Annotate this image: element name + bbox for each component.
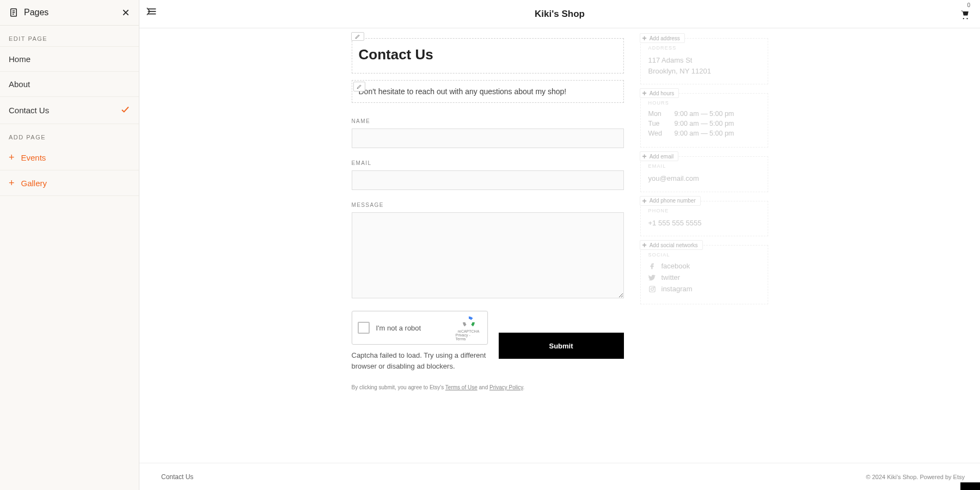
recaptcha-checkbox[interactable] xyxy=(358,322,370,334)
close-icon[interactable] xyxy=(121,8,130,17)
add-page-label: ADD PAGE xyxy=(0,124,139,145)
terms-link[interactable]: Terms of Use xyxy=(445,384,477,390)
intro-block[interactable]: Don't hesitate to reach out with any que… xyxy=(352,80,624,103)
canvas-footer: Contact Us © 2024 Kiki's Shop. Powered b… xyxy=(139,463,980,490)
add-email-button[interactable]: +Add email xyxy=(640,151,679,161)
toggle-panel-icon[interactable] xyxy=(146,5,158,19)
sidebar-item-label: Contact Us xyxy=(9,106,49,115)
recaptcha-logo: reCAPTCHA Privacy - Terms xyxy=(456,315,482,341)
shop-title: Kiki's Shop xyxy=(535,9,585,20)
social-row: facebook xyxy=(648,262,760,270)
add-page-label-text: Events xyxy=(21,153,46,162)
cart-icon[interactable] xyxy=(959,10,970,21)
add-page-gallery[interactable]: + Gallery xyxy=(0,170,139,196)
footer-copyright: © 2024 Kiki's Shop. Powered by Etsy xyxy=(866,474,965,480)
hours-block[interactable]: +Add hours HOURS Mon9:00 am — 5:00 pm Tu… xyxy=(640,93,768,148)
edit-page-label: EDIT PAGE xyxy=(0,26,139,46)
page-heading: Contact Us xyxy=(359,46,617,63)
captcha-error: Captcha failed to load. Try using a diff… xyxy=(352,350,488,371)
submit-button[interactable]: Submit xyxy=(499,333,624,359)
sidebar-header: Pages xyxy=(0,0,139,26)
consent-text: By clicking submit, you agree to Etsy's … xyxy=(352,384,624,390)
add-address-button[interactable]: +Add address xyxy=(640,33,685,43)
heading-block[interactable]: Contact Us xyxy=(352,38,624,74)
svg-point-11 xyxy=(653,287,654,287)
edit-icon[interactable] xyxy=(351,32,364,41)
contact-info-column: +Add address ADDRESS 117 Adams St Brookl… xyxy=(640,38,768,490)
email-heading: EMAIL xyxy=(648,163,760,169)
svg-point-10 xyxy=(651,287,653,290)
plus-icon: + xyxy=(642,152,647,160)
footer-page-name: Contact Us xyxy=(161,473,193,481)
cart-count: 0 xyxy=(967,2,970,8)
recaptcha-widget[interactable]: I'm not a robot reCAPTCHA Privacy - Term… xyxy=(352,311,488,345)
hours-row: Wed9:00 am — 5:00 pm xyxy=(648,130,760,137)
sidebar-item-label: Home xyxy=(9,54,30,64)
shop-header: Kiki's Shop 0 xyxy=(139,0,980,28)
add-phone-button[interactable]: +Add phone number xyxy=(640,196,701,206)
privacy-link[interactable]: Privacy Policy xyxy=(489,384,523,390)
address-block[interactable]: +Add address ADDRESS 117 Adams St Brookl… xyxy=(640,38,768,84)
social-row: twitter xyxy=(648,273,760,281)
hours-row: Tue9:00 am — 5:00 pm xyxy=(648,120,760,127)
address-line2: Brooklyn, NY 11201 xyxy=(648,66,760,77)
social-block[interactable]: +Add social networks SOCIAL facebook twi… xyxy=(640,245,768,304)
social-heading: SOCIAL xyxy=(648,252,760,258)
editor-canvas: Kiki's Shop 0 Contact Us xyxy=(139,0,980,490)
plus-icon: + xyxy=(642,197,647,205)
facebook-icon xyxy=(648,262,656,270)
email-label: EMAIL xyxy=(352,160,624,166)
edit-icon[interactable] xyxy=(353,82,365,91)
add-hours-button[interactable]: +Add hours xyxy=(640,88,679,98)
plus-icon: + xyxy=(642,34,647,42)
phone-value: +1 555 555 5555 xyxy=(648,218,760,229)
message-label: MESSAGE xyxy=(352,202,624,208)
sidebar: Pages EDIT PAGE Home About Contact Us AD… xyxy=(0,0,139,490)
sidebar-title: Pages xyxy=(24,8,48,17)
message-input[interactable] xyxy=(352,212,624,298)
sidebar-item-about[interactable]: About xyxy=(0,72,139,97)
page-icon xyxy=(9,8,19,17)
corner-stub xyxy=(960,482,980,490)
email-block[interactable]: +Add email EMAIL you@email.com xyxy=(640,156,768,192)
social-row: instagram xyxy=(648,285,760,293)
email-input[interactable] xyxy=(352,170,624,190)
hours-heading: HOURS xyxy=(648,100,760,106)
twitter-icon xyxy=(648,274,656,281)
check-icon xyxy=(120,105,130,116)
address-line1: 117 Adams St xyxy=(648,55,760,66)
instagram-icon xyxy=(648,285,656,293)
plus-icon: + xyxy=(642,241,647,249)
sidebar-item-contact[interactable]: Contact Us xyxy=(0,97,139,124)
name-input[interactable] xyxy=(352,128,624,148)
hours-row: Mon9:00 am — 5:00 pm xyxy=(648,110,760,118)
plus-icon: + xyxy=(9,178,15,188)
intro-text: Don't hesitate to reach out with any que… xyxy=(359,87,567,96)
address-heading: ADDRESS xyxy=(648,45,760,51)
email-value: you@email.com xyxy=(648,173,760,184)
contact-form-column: Contact Us Don't hesitate to reach out w… xyxy=(352,38,624,490)
plus-icon: + xyxy=(642,89,647,97)
recaptcha-label: I'm not a robot xyxy=(376,324,449,332)
add-page-label-text: Gallery xyxy=(21,179,47,188)
plus-icon: + xyxy=(9,152,15,162)
phone-block[interactable]: +Add phone number PHONE +1 555 555 5555 xyxy=(640,201,768,237)
add-page-events[interactable]: + Events xyxy=(0,145,139,170)
phone-heading: PHONE xyxy=(648,208,760,213)
add-social-button[interactable]: +Add social networks xyxy=(640,240,703,250)
name-label: NAME xyxy=(352,118,624,124)
edit-page-list: Home About Contact Us xyxy=(0,46,139,124)
sidebar-item-home[interactable]: Home xyxy=(0,46,139,72)
sidebar-item-label: About xyxy=(9,79,30,89)
